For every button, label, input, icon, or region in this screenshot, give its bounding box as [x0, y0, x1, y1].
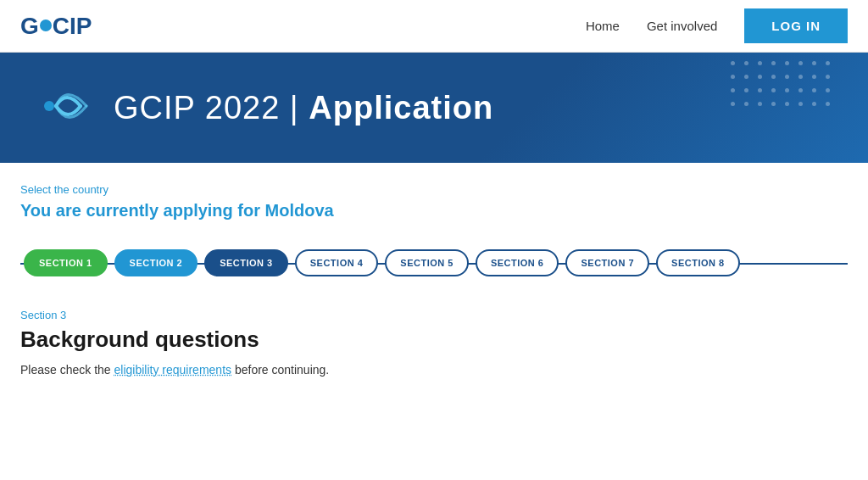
main-content: Select the country You are currently app… — [0, 163, 868, 377]
nav-home-link[interactable]: Home — [586, 19, 620, 33]
section-description: Please check the eligibility requirement… — [20, 363, 848, 377]
applying-text: You are currently applying for Moldova — [20, 201, 848, 220]
step-6[interactable]: SECTION 6 — [476, 249, 559, 276]
hero-title: GCIP 2022 | Application — [114, 90, 493, 126]
svg-point-0 — [44, 101, 54, 111]
hero-dots-decoration — [731, 61, 834, 110]
step-3[interactable]: SECTION 3 — [204, 249, 288, 276]
section-heading: Background questions — [20, 327, 848, 353]
section-stepper: SECTION 1 SECTION 2 SECTION 3 SECTION 4 … — [20, 241, 848, 285]
step-5[interactable]: SECTION 5 — [385, 249, 469, 276]
login-button[interactable]: LOG IN — [744, 8, 848, 43]
step-7[interactable]: SECTION 7 — [565, 249, 649, 276]
logo: GCIP — [20, 13, 92, 40]
logo-dot-icon — [40, 20, 52, 31]
country-name: Moldova — [265, 201, 334, 220]
nav-links: Home Get involved LOG IN — [586, 8, 848, 43]
select-country-label: Select the country — [20, 183, 848, 196]
step-4[interactable]: SECTION 4 — [295, 249, 379, 276]
navbar: GCIP Home Get involved LOG IN — [0, 0, 868, 53]
nav-get-involved-link[interactable]: Get involved — [647, 19, 717, 33]
step-8[interactable]: SECTION 8 — [656, 249, 740, 276]
hero-banner: GCIP 2022 | Application — [0, 53, 868, 163]
step-2[interactable]: SECTION 2 — [114, 249, 198, 276]
eligibility-requirements-link[interactable]: eligibility requirements — [114, 363, 232, 377]
hero-icon — [34, 76, 93, 139]
step-1[interactable]: SECTION 1 — [24, 249, 108, 276]
section-label: Section 3 — [20, 309, 848, 321]
